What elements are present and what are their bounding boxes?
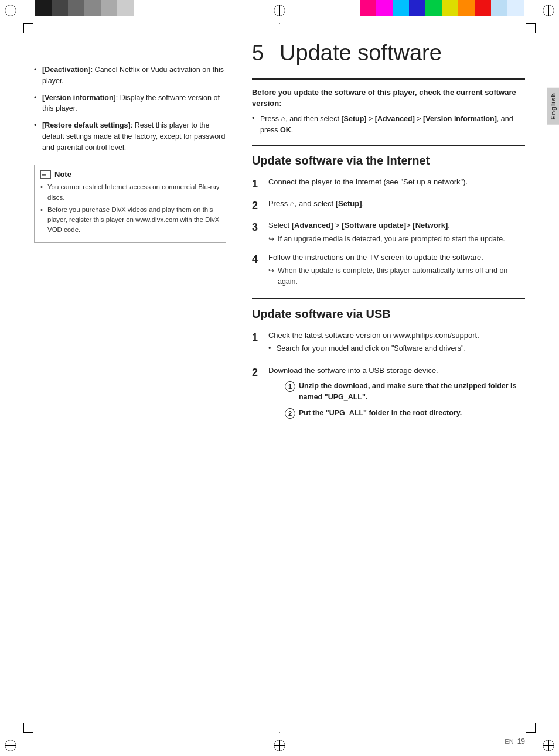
- step-number: 2: [252, 365, 268, 423]
- step-item: 1 Check the latest software version on w…: [252, 330, 525, 359]
- step-item: 1 Connect the player to the Internet (se…: [252, 176, 525, 192]
- list-item: [Deactivation]: Cancel Netflix or Vudu a…: [34, 64, 226, 87]
- left-column: [Deactivation]: Cancel Netflix or Vudu a…: [34, 35, 240, 727]
- step-content: Download the software into a USB storage…: [268, 365, 525, 423]
- list-item: [Restore default settings]: Reset this p…: [34, 120, 226, 153]
- step-item: 4 Follow the instructions on the TV scre…: [252, 252, 525, 289]
- crop-mark-tr: [526, 23, 536, 33]
- step-sub-list: If an upgrade media is detected, you are…: [268, 234, 525, 245]
- step-item: 2 Download the software into a USB stora…: [252, 365, 525, 423]
- step-content: Select [Advanced] > [Software update]> […: [268, 220, 525, 245]
- circle-step-2: 2 Put the "UPG_ALL" folder in the root d…: [285, 408, 525, 419]
- reg-mark-bl: [5, 740, 16, 751]
- section2-steps: 1 Check the latest software version on w…: [252, 330, 525, 423]
- step-content: Connect the player to the Internet (see …: [268, 176, 525, 192]
- term-restore: [Restore default settings]: [42, 121, 131, 129]
- step-sub-item: When the update is complete, this player…: [268, 265, 525, 288]
- step-sub-item: If an upgrade media is detected, you are…: [268, 234, 525, 245]
- step-bullet-item: Search for your model and click on "Soft…: [268, 343, 525, 354]
- circle-step-1-text: Unzip the download, and make sure that t…: [299, 381, 525, 403]
- step-number: 2: [252, 198, 268, 214]
- section2-divider: [252, 298, 525, 299]
- chapter-title-text: Update software: [280, 40, 442, 65]
- step-item: 3 Select [Advanced] > [Software update]>…: [252, 220, 525, 245]
- section2-heading: Update software via USB: [252, 306, 525, 321]
- note-item: You cannot restrict Internet access on c…: [40, 182, 220, 203]
- intro-step-item: Press ⌂, and then select [Setup] > [Adva…: [252, 113, 525, 136]
- step-item: 2 Press ⌂, and select [Setup].: [252, 198, 525, 214]
- crop-mark-bl: [23, 723, 33, 733]
- circle-num-2: 2: [285, 408, 295, 419]
- step-content: Check the latest software version on www…: [268, 330, 525, 359]
- reg-mark-br: [543, 740, 554, 751]
- step-number: 1: [252, 176, 268, 192]
- section1-steps: 1 Connect the player to the Internet (se…: [252, 176, 525, 288]
- circle-num-1: 1: [285, 381, 295, 392]
- step-content: Follow the instructions on the TV screen…: [268, 252, 525, 289]
- note-label: Note: [54, 170, 71, 179]
- left-bullet-list: [Deactivation]: Cancel Netflix or Vudu a…: [34, 64, 226, 153]
- page-number: 19: [517, 737, 525, 745]
- crop-mark-tc: [280, 23, 280, 33]
- note-list: You cannot restrict Internet access on c…: [40, 182, 220, 235]
- note-header: Note: [40, 170, 220, 179]
- step-bullets: Search for your model and click on "Soft…: [268, 343, 525, 354]
- crop-mark-tl: [23, 23, 33, 33]
- note-item: Before you purchase DivX videos and play…: [40, 205, 220, 235]
- intro-bullet: Press ⌂, and then select [Setup] > [Adva…: [252, 113, 525, 136]
- term-version-info: [Version information]: [42, 94, 116, 102]
- chapter-title: 5 Update software: [252, 41, 525, 66]
- list-item: [Version information]: Display the softw…: [34, 93, 226, 115]
- note-icon: [40, 170, 51, 179]
- reg-mark-bc: [274, 740, 285, 751]
- lang-label: EN: [505, 738, 513, 745]
- term-deactivation: [Deactivation]: [42, 66, 91, 74]
- top-divider: [252, 78, 525, 80]
- crop-mark-br: [526, 723, 536, 733]
- intro-step-text: , and then select [Setup] > [Advanced] >…: [260, 115, 513, 134]
- press-label: Press: [260, 115, 281, 123]
- step-sub-list: When the update is complete, this player…: [268, 265, 525, 288]
- circle-step-2-text: Put the "UPG_ALL" folder in the root dir…: [299, 408, 462, 419]
- step-content: Press ⌂, and select [Setup].: [268, 198, 525, 214]
- circle-step-1: 1 Unzip the download, and make sure that…: [285, 381, 525, 403]
- color-bars-top: [0, 0, 559, 16]
- page-content: [Deactivation]: Cancel Netflix or Vudu a…: [34, 35, 525, 727]
- english-tab: English: [547, 88, 559, 125]
- right-column: 5 Update software Before you update the …: [240, 35, 525, 727]
- step-number: 3: [252, 220, 268, 245]
- page-footer: EN 19: [505, 737, 525, 745]
- step-number: 4: [252, 252, 268, 289]
- note-box: Note You cannot restrict Internet access…: [34, 165, 226, 242]
- section1-heading: Update software via the Internet: [252, 153, 525, 168]
- intro-bold-text: Before you update the software of this p…: [252, 87, 525, 110]
- section1-divider: [252, 145, 525, 146]
- home-icon: ⌂: [290, 198, 295, 210]
- chapter-number: 5: [252, 41, 264, 65]
- step-number: 1: [252, 330, 268, 359]
